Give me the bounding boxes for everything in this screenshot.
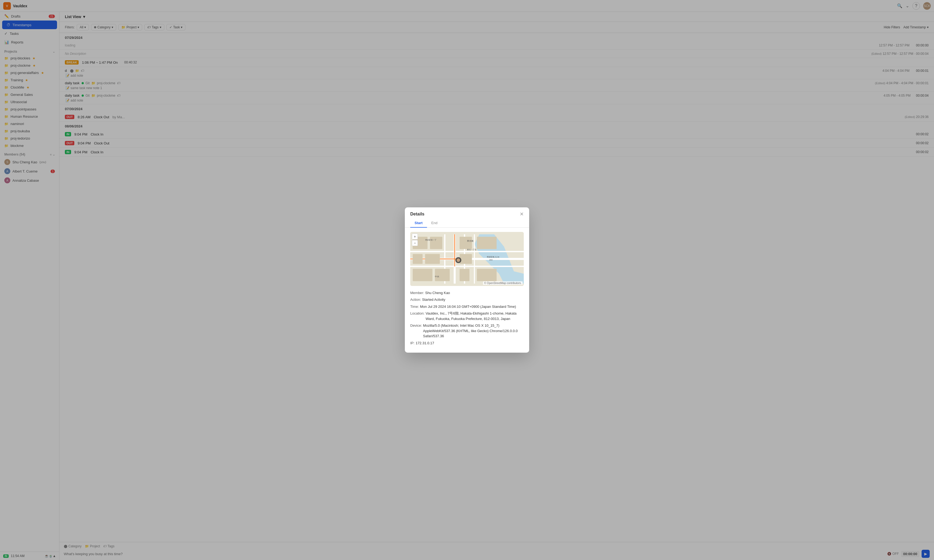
svg-rect-20 — [477, 237, 497, 249]
member-value: Shu Cheng Kao — [425, 290, 450, 296]
zoom-out-button[interactable]: − — [412, 240, 418, 246]
svg-rect-17 — [460, 254, 472, 264]
tab-start[interactable]: Start — [410, 219, 427, 228]
ip-label: IP: — [410, 340, 415, 346]
svg-rect-13 — [425, 254, 440, 264]
modal-header: Details ✕ — [405, 208, 529, 217]
svg-rect-18 — [460, 269, 470, 281]
device-value: Mozilla/5.0 (Macintosh; Intel Mac OS X 1… — [423, 323, 524, 339]
time-label: Time: — [410, 304, 419, 309]
svg-text:中央: 中央 — [435, 275, 439, 278]
svg-rect-14 — [413, 269, 432, 281]
svg-rect-12 — [413, 254, 423, 264]
ip-value: 172.31.0.17 — [416, 340, 434, 346]
modal-close-button[interactable]: ✕ — [520, 212, 524, 217]
svg-rect-16 — [460, 237, 472, 249]
action-detail: Action: Started Activity — [410, 297, 524, 302]
svg-text:博多駅前一丁: 博多駅前一丁 — [425, 238, 437, 241]
ip-detail: IP: 172.31.0.17 — [410, 340, 524, 346]
location-value: Vauldex, Inc., 7号6階, Hakata-Ekihigashi 1… — [426, 311, 524, 321]
svg-point-22 — [457, 258, 460, 262]
details-modal: Details ✕ Start End — [405, 208, 529, 353]
tab-end[interactable]: End — [427, 219, 442, 228]
map-controls: + − — [412, 234, 418, 246]
svg-text:東光一丁目: 東光一丁目 — [467, 248, 477, 251]
time-value: Mon Jul 29 2024 16:04:10 GMT+0900 (Japan… — [420, 304, 516, 309]
action-value: Started Activity — [422, 297, 445, 302]
svg-text:博多駅東入口●: 博多駅東入口● — [487, 256, 499, 258]
location-label: Location: — [410, 311, 425, 321]
location-detail: Location: Vauldex, Inc., 7号6階, Hakata-Ek… — [410, 311, 524, 321]
svg-text:203: 203 — [489, 258, 492, 261]
action-label: Action: — [410, 297, 421, 302]
modal-tabs: Start End — [405, 219, 529, 228]
zoom-in-button[interactable]: + — [412, 234, 418, 240]
member-label: Member: — [410, 290, 424, 296]
svg-rect-19 — [477, 269, 497, 281]
svg-text:東光橋: 東光橋 — [467, 240, 474, 242]
map-attribution: © OpenStreetMap contributors. — [483, 282, 523, 285]
device-label: Device: — [410, 323, 422, 339]
time-detail: Time: Mon Jul 29 2024 16:04:10 GMT+0900 … — [410, 304, 524, 309]
map-container: 東光橋 博多駅前一丁 東光一丁目 博多駅東入口● 203 中央 + − © Op… — [410, 232, 524, 286]
modal-title: Details — [410, 212, 424, 217]
svg-rect-15 — [435, 269, 450, 281]
member-detail: Member: Shu Cheng Kao — [410, 290, 524, 296]
device-detail: Device: Mozilla/5.0 (Macintosh; Intel Ma… — [410, 323, 524, 339]
modal-overlay[interactable]: Details ✕ Start End — [0, 0, 934, 560]
modal-body: 東光橋 博多駅前一丁 東光一丁目 博多駅東入口● 203 中央 + − © Op… — [405, 228, 529, 353]
